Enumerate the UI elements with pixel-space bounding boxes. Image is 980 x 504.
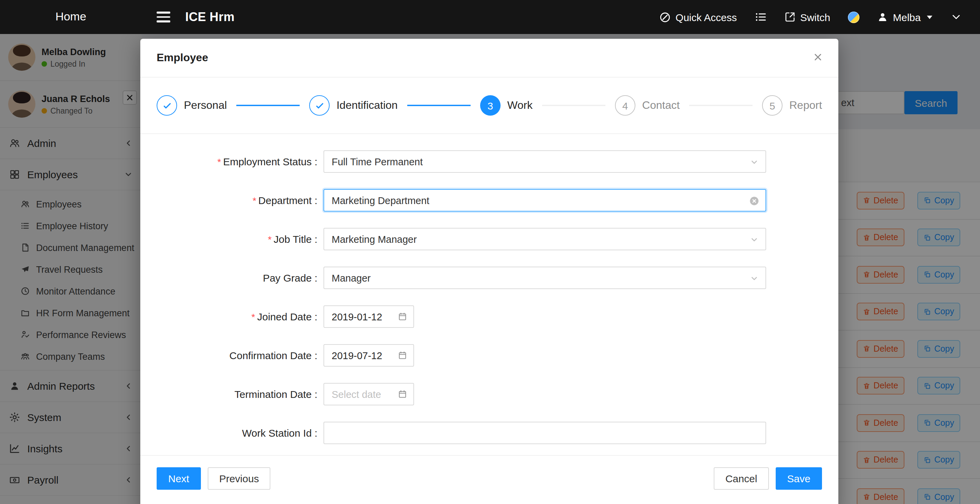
employment-status-select[interactable]: Full Time Permanent [323,150,766,173]
field-label: *Department : [140,195,317,206]
step-contact[interactable]: 4 Contact [615,95,680,116]
step-connector [542,105,605,106]
step-personal[interactable]: Personal [157,95,227,116]
job-title-select[interactable]: Marketing Manager [323,228,766,250]
nav-home-link[interactable]: Home [0,10,142,24]
step-work[interactable]: 3 Work [480,95,533,116]
employee-modal: Employee Personal Identification 3 [140,39,838,504]
menu-toggle-icon[interactable] [157,12,170,22]
modal-title: Employee [157,52,208,64]
department-select[interactable]: Marketing Department [323,189,766,212]
step-label: Work [508,99,533,111]
select-value: Full Time Permanent [332,156,423,167]
step-connector [689,105,752,106]
clear-icon[interactable] [749,196,759,206]
calendar-icon [398,312,407,321]
modal-footer: Next Previous Cancel Save [140,451,838,501]
step-label: Contact [642,99,680,111]
select-value: Manager [332,273,371,283]
user-menu-caret-icon [927,15,932,19]
work-form: *Employment Status : Full Time Permanent… [140,134,838,456]
quick-access-label: Quick Access [676,11,737,23]
step-report[interactable]: 5 Report [762,95,822,116]
field-label: Pay Grade : [140,272,317,284]
app-root: Home ICE Hrm Quick Access Switch [0,0,980,504]
field-label: Termination Date : [140,388,317,400]
confirmation-date-picker[interactable]: 2019-07-12 [323,344,414,367]
step-connector [407,105,471,106]
switch-icon [784,11,795,22]
save-button[interactable]: Save [776,467,822,490]
field-label: Confirmation Date : [140,350,317,361]
user-menu-label: Melba [893,11,921,23]
step-connector [236,105,300,106]
next-button[interactable]: Next [157,467,201,490]
close-icon[interactable] [813,52,823,63]
step-label: Personal [184,99,227,111]
steps-wizard: Personal Identification 3 Work 4 Contact [140,78,838,134]
previous-button[interactable]: Previous [208,467,271,490]
calendar-icon [398,389,407,399]
step-number: 4 [615,95,635,116]
step-check-icon [309,95,329,116]
step-number: 3 [480,95,501,116]
date-placeholder: Select date [332,389,381,399]
field-label: *Job Title : [140,233,317,245]
quick-access-icon [659,11,671,23]
app-brand: ICE Hrm [185,10,235,24]
chevron-down-icon [750,274,759,283]
work-station-id-input[interactable] [323,422,766,444]
cancel-button[interactable]: Cancel [714,467,768,490]
top-navbar: Home ICE Hrm Quick Access Switch [0,0,980,34]
switch-button[interactable]: Switch [784,11,830,23]
navbar-actions: Quick Access Switch Melba [659,11,980,23]
select-value: Marketing Manager [332,234,417,244]
user-icon [877,11,888,22]
date-value: 2019-07-12 [332,350,382,361]
quick-access-button[interactable]: Quick Access [659,11,737,23]
switch-label: Switch [800,11,830,23]
select-value: Marketing Department [332,195,430,206]
language-globe-icon[interactable] [848,11,859,23]
navbar-chevron-down-icon[interactable] [950,11,962,23]
modal-header: Employee [140,39,838,78]
date-value: 2019-01-12 [332,311,382,322]
tasks-list-icon[interactable] [754,11,767,23]
calendar-icon [398,350,407,360]
user-menu[interactable]: Melba [877,11,932,23]
joined-date-picker[interactable]: 2019-01-12 [323,305,414,328]
step-check-icon [157,95,177,116]
chevron-down-icon [750,158,759,166]
field-label: *Employment Status : [140,156,317,167]
step-number: 5 [762,95,783,116]
pay-grade-select[interactable]: Manager [323,266,766,289]
field-label: Work Station Id : [140,427,317,439]
field-label: *Joined Date : [140,311,317,322]
step-label: Identification [336,99,398,111]
termination-date-picker[interactable]: Select date [323,383,414,406]
chevron-down-icon [750,235,759,244]
step-label: Report [789,99,822,111]
step-identification[interactable]: Identification [309,95,398,116]
